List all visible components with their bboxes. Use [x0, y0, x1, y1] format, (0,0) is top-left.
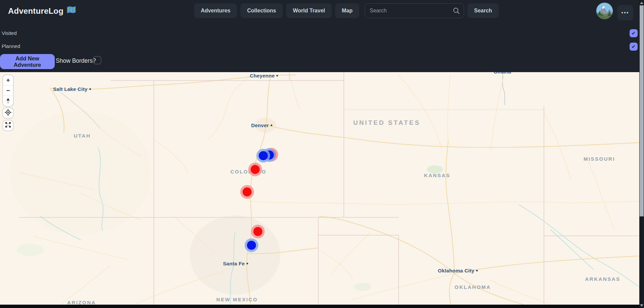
- zoom-in-button[interactable]: +: [3, 75, 13, 85]
- scrollbar-thumb[interactable]: [640, 5, 644, 216]
- geolocate-button[interactable]: [3, 108, 13, 118]
- map-canvas[interactable]: + − UTAHCOLORADOUNITED STATE: [0, 72, 639, 305]
- world-map-icon: [67, 6, 76, 16]
- app-logo[interactable]: AdventureLog: [8, 6, 76, 16]
- visited-label: Visited: [2, 30, 17, 36]
- main-nav: Adventures Collections World Travel Map …: [194, 3, 499, 18]
- app-title: AdventureLog: [8, 6, 63, 16]
- search-icon: [453, 7, 460, 14]
- visited-checkbox[interactable]: ✔: [630, 29, 638, 37]
- ellipsis-icon: •••: [622, 10, 629, 16]
- search-input[interactable]: [365, 3, 464, 18]
- basemap-tiles: [0, 72, 639, 305]
- page-scrollbar[interactable]: [639, 0, 644, 308]
- top-panel: AdventureLog Adventures Collections Worl…: [0, 0, 639, 72]
- map-nav-control: + −: [3, 75, 13, 106]
- user-avatar[interactable]: [596, 3, 613, 19]
- search-button[interactable]: Search: [467, 3, 499, 18]
- show-borders-label: Show Borders?: [56, 57, 96, 64]
- planned-label: Planned: [2, 43, 20, 49]
- nav-collections-button[interactable]: Collections: [240, 3, 283, 18]
- zoom-out-button[interactable]: −: [3, 85, 13, 96]
- geolocate-icon: [4, 108, 12, 118]
- nav-adventures-button[interactable]: Adventures: [194, 3, 237, 18]
- nav-world-travel-button[interactable]: World Travel: [286, 3, 332, 18]
- add-new-adventure-button[interactable]: Add New Adventure: [0, 54, 55, 69]
- show-borders-checkbox[interactable]: [93, 56, 101, 64]
- planned-adventure-marker[interactable]: [240, 185, 254, 199]
- planned-adventure-marker[interactable]: [251, 225, 265, 239]
- scroll-up-icon[interactable]: [640, 2, 643, 4]
- visited-adventure-marker[interactable]: [257, 149, 270, 163]
- nav-map-button[interactable]: Map: [335, 3, 359, 18]
- fullscreen-icon: [4, 121, 12, 130]
- fullscreen-button[interactable]: [3, 120, 13, 131]
- compass-icon[interactable]: [3, 96, 13, 106]
- more-options-button[interactable]: •••: [617, 5, 633, 20]
- scroll-down-icon[interactable]: [640, 304, 643, 307]
- bottom-bar: [0, 305, 639, 308]
- planned-checkbox[interactable]: ✔: [630, 43, 638, 51]
- planned-adventure-marker[interactable]: [248, 163, 262, 176]
- visited-adventure-marker[interactable]: [245, 239, 259, 252]
